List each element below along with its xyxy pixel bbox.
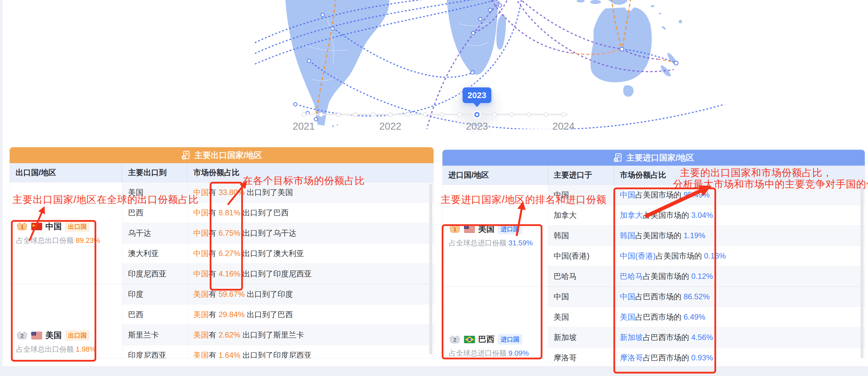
target-country-cell: 印度尼西亚 xyxy=(122,269,187,279)
year-tooltip: 2023 xyxy=(463,87,491,103)
market-share-cell: 中国有 33.80% 出口到了美国 xyxy=(187,187,434,198)
target-country-cell: 加拿大 xyxy=(548,210,614,221)
target-country-cell: 美国 xyxy=(548,312,614,322)
share-post: 出口到了美国 xyxy=(245,188,293,197)
column-header: 主要出口到 xyxy=(122,163,187,182)
country-type-badge: 进口国 xyxy=(498,334,522,345)
target-country-cell: 巴哈马 xyxy=(548,271,614,282)
timeline-dot[interactable] xyxy=(457,112,462,117)
export-table-body: 美国中国有 33.80% 出口到了美国巴西中国有 8.81% 出口到了巴西乌干达… xyxy=(10,182,434,358)
rank-2-country-card: 2 美国 出口国 占全球总出口份额1.98% xyxy=(10,284,122,358)
share-country: 美国 xyxy=(620,313,635,321)
timeline-dot[interactable] xyxy=(561,112,566,117)
page-bottom-strip xyxy=(0,366,868,376)
share-mid: 有 xyxy=(209,330,219,339)
country-name: 中国 xyxy=(45,221,62,232)
table-row: 新加坡新加坡占巴西市场的 4.56% xyxy=(548,327,865,348)
column-separator xyxy=(187,182,188,358)
market-share-cell: 美国占巴西市场的 6.49% xyxy=(614,312,865,322)
export-countries-table: 主要出口国家/地区 出口国/地区主要出口到市场份额占比 美国中国有 33.80%… xyxy=(9,147,434,358)
table-row: 中国中国占巴西市场的 86.52% xyxy=(548,287,865,307)
share-mid: 占美国市场的 xyxy=(635,191,684,199)
global-share-value: 31.59% xyxy=(508,239,533,247)
svg-text:2: 2 xyxy=(453,337,456,343)
brazil-flag-icon xyxy=(464,336,475,343)
table-row: 印度尼西亚美国有 1.64% 出口到了印度尼西亚 xyxy=(122,345,434,358)
share-percent: 8.81% xyxy=(219,208,241,217)
table-row: 美国美国占巴西市场的 6.49% xyxy=(548,307,865,327)
target-country-cell: 斯里兰卡 xyxy=(122,330,187,340)
trade-dashboard: 2023 2021202220232024 主要出口国家/地区 出口国/地区主要… xyxy=(0,0,868,376)
timeline-dot[interactable] xyxy=(509,112,514,117)
target-country-cell: 巴西 xyxy=(122,208,187,218)
share-mid: 有 xyxy=(209,351,219,358)
timeline-dot-selected[interactable] xyxy=(474,112,480,117)
share-country: 中国 xyxy=(193,249,209,258)
market-share-cell: 加拿大占美国市场的 3.04% xyxy=(614,210,865,221)
country-type-badge: 出口国 xyxy=(65,330,90,341)
share-percent: 4.56% xyxy=(691,333,713,342)
market-share-cell: 美国有 2.62% 出口到了斯里兰卡 xyxy=(187,330,434,340)
market-share-cell: 韩国占美国市场的 1.19% xyxy=(614,230,865,241)
timeline-dot[interactable] xyxy=(371,112,375,117)
target-country-cell: 韩国 xyxy=(548,230,614,241)
column-separator xyxy=(614,185,614,362)
rank-1-crown-icon: 1 xyxy=(449,224,461,234)
annotation-target-share: 在各个目标市场的份额占比 xyxy=(243,174,365,187)
table-row: 巴哈马巴哈马占美国市场的 0.12% xyxy=(548,266,865,287)
table-scrollbar[interactable] xyxy=(429,184,432,354)
timeline-dot[interactable] xyxy=(423,112,427,117)
annotation-main-line1: 主要的出口国家和市场份额占比， xyxy=(673,167,868,178)
share-post: 出口到了印度尼西亚 xyxy=(241,269,312,278)
table-scrollbar[interactable] xyxy=(861,186,864,358)
share-post: 出口到了巴西 xyxy=(245,310,293,319)
table-row: 印度美国有 59.67% 出口到了印度 xyxy=(122,284,434,305)
market-share-cell: 中国(香港)占美国市场的 0.16% xyxy=(614,251,865,261)
market-share-cell: 中国有 6.75% 出口到了乌干达 xyxy=(187,228,434,238)
timeline-dot[interactable] xyxy=(319,112,323,117)
share-country: 中国 xyxy=(620,292,635,301)
share-percent: 95.49% xyxy=(684,191,710,199)
share-percent: 6.27% xyxy=(219,249,241,258)
timeline-dot[interactable] xyxy=(302,112,306,117)
timeline-dot[interactable] xyxy=(353,112,358,117)
share-country: 加拿大 xyxy=(620,211,643,220)
share-mid: 占巴西市场的 xyxy=(635,292,684,301)
share-mid: 有 xyxy=(209,208,219,217)
share-percent: 2.62% xyxy=(219,330,241,339)
share-percent: 6.49% xyxy=(684,313,706,321)
timeline-dot[interactable] xyxy=(544,112,549,117)
market-share-cell: 中国有 6.27% 出口到了澳大利亚 xyxy=(187,248,434,259)
country-type-badge: 进口国 xyxy=(498,224,522,234)
table-row: 乌干达中国有 6.75% 出口到了乌干达 xyxy=(122,223,434,243)
table-row: 斯里兰卡美国有 2.62% 出口到了斯里兰卡 xyxy=(122,325,434,345)
share-mid: 占美国市场的 xyxy=(656,252,704,260)
share-post: 出口到了巴西 xyxy=(241,208,289,217)
share-mid: 占巴西市场的 xyxy=(643,353,691,362)
timeline-year-label: 2024 xyxy=(553,121,575,132)
share-mid: 占美国市场的 xyxy=(643,211,691,220)
usa-flag-icon xyxy=(464,225,475,233)
timeline-dot[interactable] xyxy=(388,112,393,117)
share-country: 中国 xyxy=(193,229,209,237)
share-mid: 有 xyxy=(209,249,219,258)
table-rows: 美国中国有 33.80% 出口到了美国巴西中国有 8.81% 出口到了巴西乌干达… xyxy=(122,182,434,358)
table-rows: 中国中国占美国市场的 95.49%加拿大加拿大占美国市场的 3.04%韩国韩国占… xyxy=(548,185,865,362)
share-mid: 占美国市场的 xyxy=(635,231,684,240)
timeline-dot[interactable] xyxy=(405,112,410,117)
target-country-cell: 澳大利亚 xyxy=(122,248,187,259)
share-percent: 0.93% xyxy=(691,353,713,362)
timeline-dot[interactable] xyxy=(527,112,531,117)
timeline-year-label: 2021 xyxy=(293,121,315,132)
table-row: 印度尼西亚中国有 4.16% 出口到了印度尼西亚 xyxy=(122,264,434,284)
rank-2-crown-icon: 2 xyxy=(449,335,461,344)
timeline-dot[interactable] xyxy=(492,112,497,117)
share-post: 出口到了印度尼西亚 xyxy=(241,351,312,358)
share-percent: 33.80% xyxy=(219,188,245,197)
timeline-dot[interactable] xyxy=(440,112,445,117)
target-country-cell: 中国 xyxy=(548,292,614,302)
timeline-dot[interactable] xyxy=(336,112,341,117)
share-mid: 有 xyxy=(209,310,219,319)
market-share-cell: 中国占美国市场的 95.49% xyxy=(614,190,865,200)
year-timeline-slider[interactable]: 2023 2021202220232024 xyxy=(299,84,572,132)
